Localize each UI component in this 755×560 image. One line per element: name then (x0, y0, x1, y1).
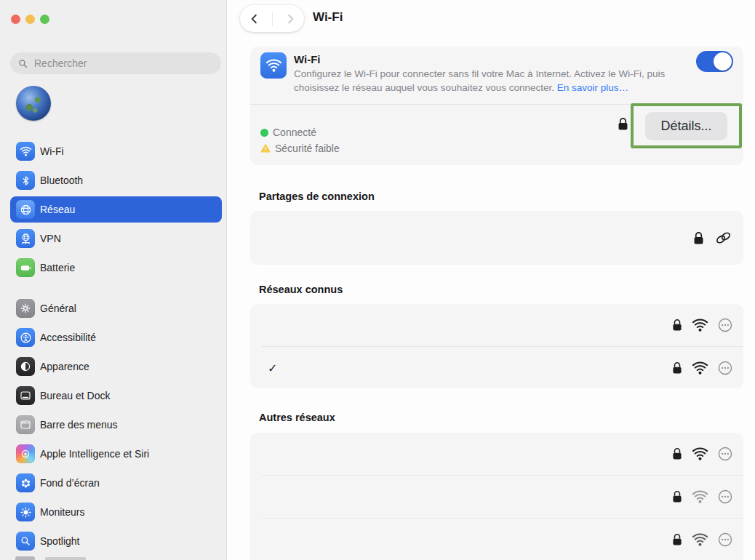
sidebar-group-divider (10, 284, 222, 295)
sidebar-item-apple-intelligence-et-siri[interactable]: Apple Intelligence et Siri (10, 441, 222, 467)
sidebar: Wi-Fi Bluetooth Réseau VPN Batterie (0, 0, 227, 560)
sidebar-item-accessibilite[interactable]: Accessibilité (10, 324, 222, 351)
window-controls (11, 15, 49, 24)
wifi-card-title: Wi-Fi (294, 53, 321, 65)
more-options-button[interactable] (717, 317, 733, 333)
menubar-icon (16, 415, 35, 434)
divider (272, 12, 273, 26)
connected-dot-icon (260, 129, 268, 137)
known-network-row[interactable] (250, 304, 743, 346)
more-options-button[interactable] (717, 446, 733, 462)
wifi-card: Wi-Fi Configurez le Wi-Fi pour connecter… (250, 47, 743, 165)
search-icon (17, 58, 28, 69)
chevron-left-icon (248, 12, 261, 25)
hotspot-link-icon (714, 231, 733, 245)
other-networks-card (250, 433, 743, 560)
details-button[interactable]: Détails... (645, 112, 727, 140)
search-input[interactable] (33, 57, 214, 70)
status-security-label: Sécurité faible (275, 143, 340, 154)
sidebar-item-barre-des-menus[interactable]: Barre des menus (10, 412, 222, 438)
sidebar-item-moniteurs[interactable]: Moniteurs (10, 499, 222, 525)
other-network-row[interactable] (250, 433, 743, 475)
warning-icon (260, 143, 271, 153)
avatar[interactable] (16, 86, 51, 121)
search-field[interactable] (10, 52, 221, 74)
lock-icon (617, 116, 629, 132)
more-ellipsis-icon (717, 532, 733, 548)
lock-icon (671, 532, 683, 547)
hotspot-row[interactable] (250, 211, 743, 265)
sidebar-item-label: Général (40, 303, 76, 314)
sidebar-item-label: Moniteurs (40, 506, 84, 518)
known-networks-card: ✓ (250, 304, 743, 388)
sidebar-nav: Wi-Fi Bluetooth Réseau VPN Batterie (0, 138, 227, 557)
zoom-button[interactable] (40, 15, 49, 24)
system-settings-window: Wi-Fi Bluetooth Réseau VPN Batterie (0, 0, 755, 560)
sidebar-item-partial (15, 556, 35, 560)
sidebar-item-bureau-et-dock[interactable]: Bureau et Dock (10, 383, 222, 409)
minimize-button[interactable] (25, 15, 35, 24)
wifi-icon (260, 52, 287, 79)
sidebar-item-label: Fond d’écran (40, 477, 100, 489)
section-title-reseaux-connus: Réseaux connus (259, 284, 343, 295)
sidebar-item-bluetooth[interactable]: Bluetooth (10, 167, 222, 193)
wifi-signal-weak-icon (692, 489, 708, 505)
siri-icon (16, 444, 35, 463)
learn-more-link[interactable]: En savoir plus… (557, 82, 628, 93)
wifi-signal-medium-icon (692, 532, 708, 548)
more-ellipsis-icon (717, 446, 733, 462)
more-ellipsis-icon (717, 489, 733, 505)
forward-button[interactable] (279, 8, 301, 30)
sidebar-item-label: Batterie (40, 262, 75, 273)
lock-icon (671, 447, 683, 461)
sidebar-item-batterie[interactable]: Batterie (10, 255, 222, 281)
other-network-row[interactable] (250, 476, 743, 518)
more-options-button[interactable] (717, 489, 733, 505)
sidebar-item-apparence[interactable]: Apparence (10, 353, 222, 380)
status-security: Sécurité faible (260, 140, 340, 156)
displays-icon (16, 503, 35, 521)
lock-icon (671, 489, 683, 504)
back-button[interactable] (244, 8, 265, 30)
bluetooth-icon (16, 171, 35, 190)
lock-icon (692, 231, 705, 246)
sidebar-item-general[interactable]: Général (10, 295, 222, 321)
sidebar-item-spotlight[interactable]: Spotlight (10, 528, 222, 554)
desktop-dock-icon (16, 386, 35, 405)
annotation-highlight-box: Détails... (631, 103, 742, 148)
wifi-toggle[interactable] (696, 51, 733, 72)
sidebar-item-reseau[interactable]: Réseau (10, 196, 222, 223)
sidebar-item-label: Accessibilité (40, 332, 96, 343)
close-button[interactable] (11, 15, 20, 24)
sidebar-item-label: Wi-Fi (40, 145, 64, 157)
more-ellipsis-icon (717, 317, 733, 333)
nav-buttons (240, 5, 304, 32)
known-network-row-active[interactable]: ✓ (250, 347, 743, 389)
wifi-icon (16, 142, 35, 161)
checkmark-icon: ✓ (268, 361, 277, 375)
sidebar-item-label: Réseau (40, 204, 75, 215)
section-title-autres-reseaux: Autres réseaux (259, 412, 335, 423)
wifi-signal-icon (692, 317, 708, 334)
other-network-row[interactable] (250, 519, 743, 560)
more-options-button[interactable] (717, 360, 733, 376)
sidebar-item-vpn[interactable]: VPN (10, 225, 222, 252)
wifi-signal-icon (692, 446, 708, 463)
sidebar-item-label: Spotlight (40, 535, 79, 547)
accessibility-icon (16, 328, 35, 347)
wifi-description: Configurez le Wi-Fi pour connecter sans … (294, 68, 703, 95)
sidebar-item-partial (45, 557, 86, 560)
section-title-partages: Partages de connexion (259, 191, 375, 202)
hotspot-card (250, 211, 743, 265)
vpn-globe-icon (16, 229, 35, 248)
sidebar-item-wifi[interactable]: Wi-Fi (10, 138, 222, 164)
status-connected-label: Connecté (273, 127, 316, 138)
sidebar-item-fond-decran[interactable]: Fond d’écran (10, 470, 222, 496)
gear-icon (16, 299, 35, 318)
lock-icon (671, 361, 683, 375)
wifi-signal-icon (692, 360, 708, 377)
more-options-button[interactable] (717, 532, 733, 548)
sidebar-item-label: Apparence (40, 361, 89, 372)
more-ellipsis-icon (717, 360, 733, 376)
sidebar-item-label: Barre des menus (40, 419, 118, 431)
